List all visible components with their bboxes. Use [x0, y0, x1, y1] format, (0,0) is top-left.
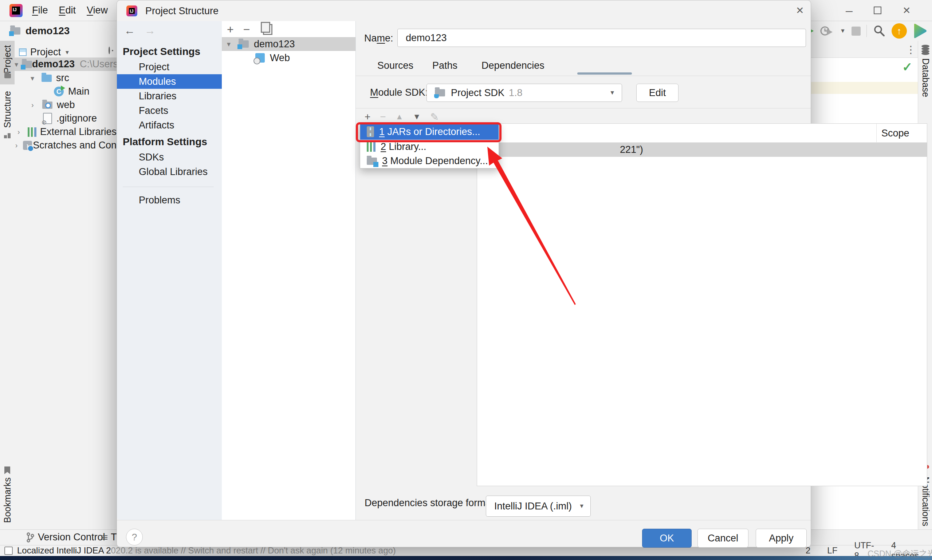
search-icon[interactable]	[873, 25, 886, 37]
tree-row-external-libraries[interactable]: › External Libraries	[15, 125, 117, 138]
toolbar-divider	[866, 25, 867, 37]
scope-column-header[interactable]: Scope	[881, 128, 909, 139]
dialog-logo-icon	[127, 5, 137, 16]
nav-item-facets[interactable]: Facets	[117, 103, 222, 118]
nav-item-project[interactable]: Project	[117, 60, 222, 74]
project-folder-icon	[10, 27, 20, 35]
name-input[interactable]: demo123	[397, 29, 806, 47]
menu-item-module-dependency[interactable]: 3 Module Dependency...	[360, 154, 498, 168]
window-close-button[interactable]: ✕	[903, 5, 911, 16]
run-config-dropdown-icon[interactable]: ▼	[840, 28, 846, 34]
apply-button[interactable]: Apply	[756, 529, 807, 548]
profile-run-icon[interactable]	[819, 25, 834, 37]
edit-pencil-icon: ✎	[430, 111, 438, 123]
window-project-title: demo123	[26, 25, 69, 37]
edit-sdk-button[interactable]: Edit	[636, 84, 679, 102]
project-view-selector[interactable]: Project	[30, 46, 61, 58]
add-dependency-icon[interactable]: +	[364, 111, 370, 123]
class-icon: C	[54, 86, 64, 97]
storage-format-select[interactable]: IntelliJ IDEA (.iml) ▼	[486, 495, 591, 517]
tree-row-main[interactable]: C Main	[15, 85, 117, 98]
active-tab-underline	[577, 72, 632, 75]
line-separator-indicator[interactable]: LF	[827, 545, 837, 555]
module-tree-row-web[interactable]: Web	[222, 51, 355, 65]
remove-icon[interactable]: −	[243, 23, 250, 36]
inspection-ok-icon[interactable]: ✓	[902, 60, 913, 74]
move-down-icon[interactable]: ▼	[413, 112, 421, 122]
locate-file-icon[interactable]	[108, 46, 110, 54]
tab-sources[interactable]: Sources	[377, 60, 414, 71]
help-button[interactable]: ?	[126, 529, 143, 545]
dropdown-icon: ▼	[579, 503, 585, 509]
project-structure-dialog: Project Structure ✕ ← → Project Settings…	[117, 0, 811, 547]
library-icon	[367, 142, 375, 152]
tab-paths[interactable]: Paths	[432, 60, 457, 71]
chevron-right-icon[interactable]: ›	[17, 128, 25, 136]
editor-tab-bar	[809, 41, 918, 58]
status-message-icon[interactable]	[5, 546, 13, 555]
module-tree-row-demo123[interactable]: ▾ demo123	[222, 37, 355, 51]
chevron-down-icon[interactable]: ▾	[227, 40, 234, 48]
nav-item-problems[interactable]: Problems	[117, 193, 222, 208]
copy-icon[interactable]	[263, 24, 272, 35]
project-view-dropdown-icon[interactable]: ▼	[65, 49, 70, 55]
watermark: CSDN @命运之光	[867, 547, 932, 559]
window-restore-button[interactable]	[874, 6, 881, 14]
nav-item-sdks[interactable]: SDKs	[117, 150, 222, 165]
nav-item-modules[interactable]: Modules	[117, 74, 222, 89]
module-folder-icon	[239, 40, 249, 48]
module-sdk-select[interactable]: Project SDK 1.8 ▼	[426, 84, 622, 102]
move-up-icon: ▲	[395, 112, 404, 122]
tab-dependencies[interactable]: Dependencies	[481, 60, 545, 71]
window-minimize-button[interactable]: –	[846, 3, 853, 17]
table-row-sdk[interactable]: 221")	[477, 143, 927, 157]
remove-dependency-icon: −	[380, 111, 386, 123]
nav-item-libraries[interactable]: Libraries	[117, 89, 222, 103]
stop-icon	[852, 26, 861, 35]
cancel-button[interactable]: Cancel	[697, 529, 748, 548]
sidebar-item-project[interactable]: Project	[2, 45, 13, 74]
tool-window-todo[interactable]: T	[111, 532, 117, 543]
tree-row-gitignore[interactable]: .gitignore	[15, 112, 117, 125]
chevron-right-icon[interactable]: ›	[31, 101, 39, 109]
module-folder-icon	[22, 61, 32, 68]
back-icon[interactable]: ←	[124, 25, 135, 37]
tree-row-scratches[interactable]: › › Scratches and Con	[15, 138, 117, 152]
web-folder-icon	[42, 102, 52, 109]
add-icon[interactable]: +	[227, 23, 234, 36]
ok-button[interactable]: OK	[642, 529, 691, 548]
toolbox-icon[interactable]	[913, 23, 927, 39]
dropdown-icon: ▼	[610, 89, 615, 96]
chevron-right-icon[interactable]: ›	[15, 141, 23, 149]
chevron-down-icon[interactable]: ▾	[31, 74, 38, 83]
kebab-menu-icon[interactable]: ⋮	[906, 44, 916, 56]
scratches-icon: ›	[23, 141, 32, 150]
nav-heading-platform-settings: Platform Settings	[123, 136, 207, 148]
nav-item-artifacts[interactable]: Artifacts	[117, 118, 222, 132]
module-dependency-icon	[367, 158, 377, 165]
git-branch-icon	[26, 532, 34, 543]
todo-list-icon[interactable]: ≡	[102, 532, 108, 543]
forward-icon: →	[145, 25, 156, 37]
update-available-icon[interactable]: ↑	[892, 23, 907, 38]
tree-row-web[interactable]: › web	[15, 98, 117, 112]
sidebar-item-structure[interactable]: Structure	[2, 91, 13, 128]
dialog-config-pane: Name: demo123 Sources Paths Dependencies…	[355, 21, 811, 520]
nav-item-global-libraries[interactable]: Global Libraries	[117, 165, 222, 179]
app-logo	[9, 4, 23, 17]
module-sdk-label: Module SDK:	[370, 84, 428, 101]
name-label: Name:	[364, 29, 393, 47]
gitignore-file-icon	[43, 113, 52, 124]
project-view-icon	[19, 48, 26, 56]
tree-row-src[interactable]: ▾ src	[15, 71, 117, 85]
tool-window-database[interactable]: Database	[920, 58, 931, 97]
tool-window-version-control[interactable]: Version Control	[38, 532, 105, 543]
dependencies-table: Scope 221")	[477, 123, 927, 486]
menu-edit[interactable]: Edit	[59, 5, 76, 16]
sidebar-item-bookmarks[interactable]: Bookmarks	[2, 477, 13, 523]
tree-row-demo123[interactable]: ▾ demo123 C:\Users	[15, 57, 117, 71]
dialog-close-icon[interactable]: ✕	[796, 5, 804, 16]
menu-file[interactable]: File	[32, 5, 48, 16]
menu-view[interactable]: View	[87, 5, 108, 16]
dialog-module-tree: + − ▾ demo123 Web	[222, 21, 356, 520]
